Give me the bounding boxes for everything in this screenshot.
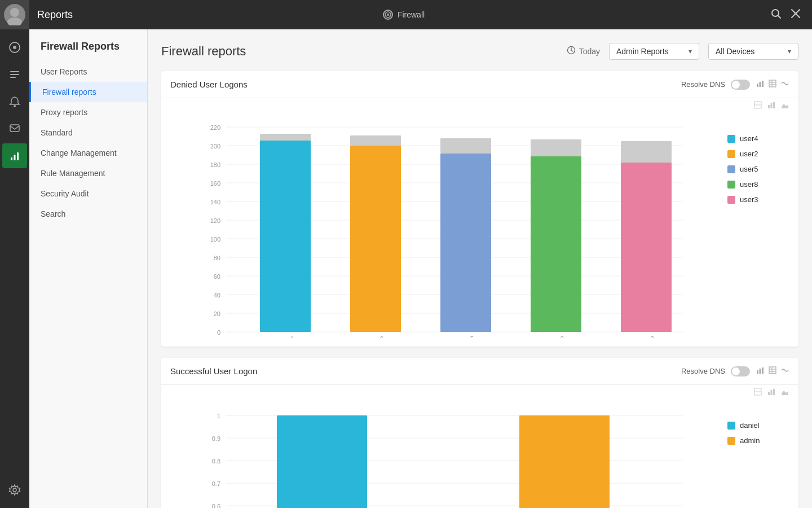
sidebar-item-change-management[interactable]: Change Management [29,143,147,163]
breadcrumb: Firewall [383,10,425,20]
legend-color-user4 [727,135,735,143]
svg-rect-74 [757,370,758,374]
sidebar-item-proxy-reports[interactable]: Proxy reports [29,102,147,122]
svg-rect-23 [757,84,758,87]
svg-rect-71 [621,141,672,163]
svg-rect-32 [768,105,770,108]
chart1-legend: user4 user2 user5 user8 user3 [722,123,789,338]
chart2-body: 0.5 0.6 0.7 0.8 0.9 1 daniel [161,401,798,508]
svg-point-0 [10,8,19,17]
svg-text:user5: user5 [458,335,474,338]
legend-item-user5: user5 [727,165,784,173]
chart1-controls: Resolve DNS [681,79,789,90]
legend-label-user4: user4 [740,134,758,143]
legend-color-daniel [727,422,735,430]
svg-rect-77 [769,367,776,374]
nav-icon-reports[interactable] [2,62,27,87]
legend-item-user2: user2 [727,150,784,158]
svg-rect-33 [771,103,773,108]
legend-color-user5 [727,165,735,173]
svg-text:0.8: 0.8 [212,458,220,465]
svg-rect-59 [260,134,311,141]
svg-text:0.7: 0.7 [212,480,220,487]
svg-point-14 [14,105,16,107]
svg-text:user3: user3 [638,335,654,338]
nav-icon-analytics[interactable] [2,143,27,168]
svg-rect-18 [17,152,19,160]
legend-color-user8 [727,181,735,189]
app-title: Reports [29,9,383,21]
nav-icon-messages[interactable] [2,116,27,141]
nav-icon-alerts[interactable] [2,89,27,114]
svg-rect-62 [350,135,401,146]
legend-label-user3: user3 [740,195,758,204]
sidebar-item-rule-management[interactable]: Rule Management [29,163,147,183]
chart2-area: 0.5 0.6 0.7 0.8 0.9 1 daniel [170,410,722,508]
chart1-view-icons [756,79,789,90]
chart1-resolve-dns-toggle[interactable] [731,80,750,90]
chart1-area: 0 20 40 60 80 100 120 140 160 [170,123,722,338]
sidebar-item-user-reports[interactable]: User Reports [29,62,147,82]
chart2-secondary-icons [161,385,798,401]
chart1-body: 0 20 40 60 80 100 120 140 160 [161,114,798,347]
sidebar-item-security-audit[interactable]: Security Audit [29,183,147,204]
svg-text:220: 220 [210,124,220,131]
all-devices-dropdown[interactable]: All Devices ▾ [708,43,798,60]
legend-item-daniel: daniel [727,421,784,430]
svg-text:60: 60 [214,273,220,280]
svg-line-22 [571,50,573,51]
chart1-wave-icon[interactable] [780,79,789,90]
svg-text:80: 80 [214,255,220,261]
topbar-actions [770,8,812,22]
chart1-area-icon[interactable] [780,100,789,112]
svg-point-19 [13,488,16,492]
avatar [0,0,29,29]
page-header: Firewall reports Today Admin Reports ▾ A… [161,43,798,60]
chart2-line-icon[interactable] [753,387,762,398]
chart2-table-icon[interactable] [768,366,777,376]
chart2-area-icon[interactable] [780,387,789,398]
admin-reports-dropdown[interactable]: Admin Reports ▾ [609,43,699,60]
svg-rect-26 [769,80,776,87]
chart1-bar-icon[interactable] [756,79,765,90]
sidebar-item-firewall-reports[interactable]: Firewall reports [29,82,147,102]
svg-text:40: 40 [214,292,220,299]
svg-point-10 [13,46,16,49]
date-filter[interactable]: Today [567,46,600,57]
svg-text:user2: user2 [368,335,383,338]
chart1-table-icon[interactable] [768,79,777,90]
breadcrumb-icon [383,10,393,20]
svg-rect-72 [621,163,672,332]
close-button[interactable] [791,8,801,21]
sidebar-item-standard[interactable]: Standard [29,122,147,143]
chart1-line-icon[interactable] [753,100,762,112]
dropdown-arrow-admin: ▾ [689,47,692,55]
legend-color-admin [727,437,735,445]
svg-rect-69 [531,156,581,332]
search-button[interactable] [770,8,782,22]
chart1-column-icon[interactable] [767,100,776,112]
chart-successful-logon: Successful User Logon Resolve DNS [161,358,798,508]
svg-rect-25 [762,81,764,87]
page-title: Firewall reports [161,44,558,59]
chart2-column-icon[interactable] [767,387,776,398]
svg-line-6 [778,15,781,18]
svg-rect-63 [350,146,401,332]
svg-rect-100 [519,415,610,508]
svg-text:180: 180 [210,161,220,168]
sidebar-title: Firewall Reports [29,41,147,62]
svg-text:user4: user4 [277,335,293,338]
svg-rect-24 [760,82,761,87]
legend-item-user8: user8 [727,180,784,189]
svg-text:20: 20 [214,310,220,317]
chart2-resolve-dns-toggle[interactable] [731,366,750,376]
chart2-legend: daniel admin [722,410,789,508]
date-label: Today [579,47,600,56]
nav-icon-dashboard[interactable] [2,35,27,60]
sidebar-item-search[interactable]: Search [29,204,147,224]
legend-color-user2 [727,150,735,158]
chart2-wave-icon[interactable] [780,366,789,376]
nav-icon-settings[interactable] [2,478,27,502]
sidebar: Firewall Reports User Reports Firewall r… [29,29,148,508]
chart2-bar-icon[interactable] [756,366,765,376]
